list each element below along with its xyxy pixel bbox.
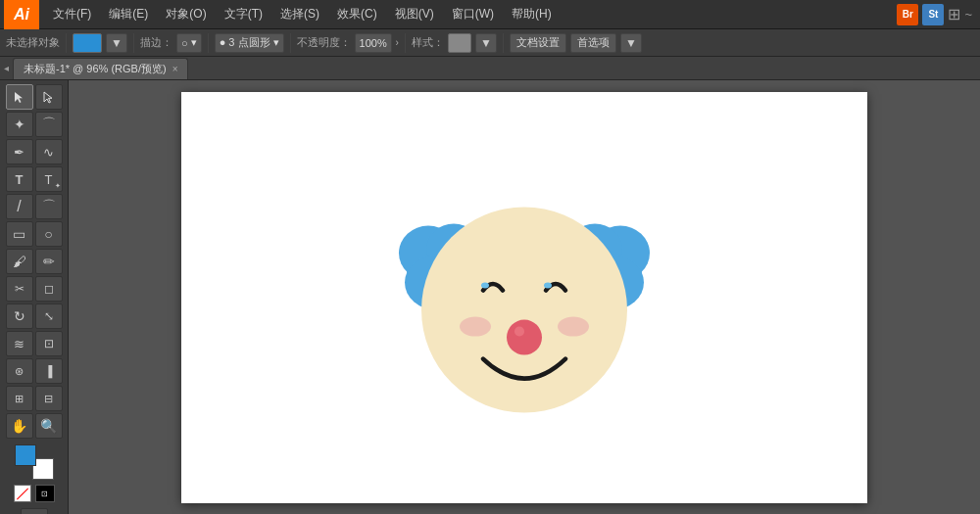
none-swatch[interactable] [14, 485, 31, 502]
extra-tool[interactable]: ⤡ [21, 508, 48, 514]
canvas-area [69, 80, 980, 514]
tool-row-11: ⊛ ▐ [2, 358, 66, 384]
pen-tool[interactable]: ✒ [6, 139, 33, 164]
app-icons: Br St ⊞ ~ [893, 4, 976, 25]
free-transform-tool[interactable]: ⊡ [35, 331, 63, 356]
stroke-style-value: ○ [181, 37, 188, 49]
tool-row-10: ≋ ⊡ [2, 331, 66, 356]
style-dropdown[interactable]: ▼ [475, 33, 497, 53]
tool-row-5: / ⌒ [2, 194, 66, 219]
tool-row-9: ↻ ⤡ [2, 304, 66, 329]
tab-document[interactable]: 未标题-1* @ 96% (RGB/预览) × [13, 58, 188, 79]
menu-edit[interactable]: 编辑(E) [101, 2, 156, 26]
menu-window[interactable]: 窗口(W) [444, 2, 502, 26]
tool-row-3: ✒ ∿ [2, 139, 66, 164]
grid-icon[interactable]: ⊞ [948, 5, 960, 23]
divider-2 [133, 33, 134, 53]
style-color[interactable] [448, 33, 471, 53]
line-tool[interactable]: / [6, 194, 33, 219]
tab-bar: ◂ 未标题-1* @ 96% (RGB/预览) × [0, 57, 980, 80]
ellipse-tool[interactable]: ○ [35, 221, 63, 247]
stroke-label: 描边： [140, 35, 172, 50]
toolbox: ✦ ⌒ ✒ ∿ T T✦ / ⌒ ▭ ○ 🖌 ✏ ✂ ◻ [0, 80, 69, 514]
rect-tool[interactable]: ▭ [6, 221, 33, 247]
menu-view[interactable]: 视图(V) [387, 2, 442, 26]
point-shape-dropdown[interactable]: ● 3 点圆形 ▾ [215, 33, 284, 53]
tool-row-1 [2, 84, 66, 110]
tool-row-2: ✦ ⌒ [2, 112, 66, 137]
no-selection-label: 未选择对象 [6, 35, 60, 50]
color-swatches: ⊡ [2, 441, 66, 506]
svg-point-13 [460, 316, 491, 336]
tool-row-4: T T✦ [2, 166, 66, 192]
extra-icon: ~ [964, 7, 972, 22]
scale-tool[interactable]: ⤡ [35, 304, 63, 329]
toolbar: 未选择对象 ▼ 描边： ○ ▾ ● 3 点圆形 ▾ 不透明度： › 样式： ▼ … [0, 29, 980, 57]
fill-color[interactable] [73, 33, 102, 53]
style-label: 样式： [412, 35, 444, 50]
slice-tool[interactable]: ⊟ [35, 386, 63, 411]
svg-point-9 [481, 282, 489, 288]
opacity-input[interactable] [355, 33, 392, 53]
arc-tool[interactable]: ⌒ [35, 194, 63, 219]
tab-close-btn[interactable]: × [172, 64, 178, 74]
stroke-toggle[interactable]: ▼ [106, 33, 127, 53]
opacity-label: 不透明度： [297, 35, 351, 50]
stroke-style-dropdown[interactable]: ○ ▾ [176, 33, 202, 53]
artboard-tool[interactable]: ⊞ [6, 386, 33, 411]
scissors-tool[interactable]: ✂ [6, 276, 33, 302]
menu-select[interactable]: 选择(S) [272, 2, 327, 26]
divider-3 [208, 33, 209, 53]
magic-wand-tool[interactable]: ✦ [6, 112, 33, 137]
touch-type-tool[interactable]: T✦ [35, 166, 63, 192]
type-tool[interactable]: T [6, 166, 33, 192]
divider-4 [290, 33, 291, 53]
document-canvas [181, 92, 867, 503]
blob-brush-tool[interactable]: ✏ [35, 249, 63, 274]
tool-row-7: 🖌 ✏ [2, 249, 66, 274]
stroke-dropdown-arrow: ▾ [191, 36, 197, 49]
menu-help[interactable]: 帮助(H) [504, 2, 560, 26]
screen-mode-btn[interactable]: ⊡ [35, 485, 55, 502]
svg-point-12 [514, 326, 524, 336]
bridge-icon[interactable]: Br [897, 4, 918, 25]
menu-object[interactable]: 对象(O) [158, 2, 214, 26]
svg-point-11 [507, 319, 542, 354]
curvature-tool[interactable]: ∿ [35, 139, 63, 164]
fill-swatch[interactable] [15, 444, 36, 466]
extra-btn[interactable]: ▼ [620, 33, 642, 53]
opacity-arrow[interactable]: › [396, 37, 399, 48]
tool-row-6: ▭ ○ [2, 221, 66, 247]
column-graph-tool[interactable]: ▐ [35, 358, 63, 384]
tool-row-8: ✂ ◻ [2, 276, 66, 302]
menu-file[interactable]: 文件(F) [45, 2, 99, 26]
direct-select-tool[interactable] [35, 84, 63, 110]
tab-collapse-icon[interactable]: ◂ [4, 63, 9, 73]
eraser-tool[interactable]: ◻ [35, 276, 63, 302]
lasso-tool[interactable]: ⌒ [35, 112, 63, 137]
stock-icon[interactable]: St [922, 4, 944, 25]
svg-point-8 [421, 207, 627, 412]
hand-tool[interactable]: ✋ [6, 413, 33, 439]
tool-row-13: ✋ 🔍 [2, 413, 66, 439]
point-dropdown-arrow: ▾ [273, 36, 279, 49]
zoom-tool[interactable]: 🔍 [35, 413, 63, 439]
rotate-tool[interactable]: ↻ [6, 304, 33, 329]
paintbrush-tool[interactable]: 🖌 [6, 249, 33, 274]
menu-text[interactable]: 文字(T) [217, 2, 270, 26]
svg-point-10 [544, 282, 552, 288]
clown-illustration [377, 155, 671, 451]
warp-tool[interactable]: ≋ [6, 331, 33, 356]
tool-row-extra: ⤡ [2, 508, 66, 514]
divider-5 [405, 33, 406, 53]
tool-row-12: ⊞ ⊟ [2, 386, 66, 411]
svg-point-14 [558, 316, 589, 336]
doc-settings-btn[interactable]: 文档设置 [510, 33, 566, 53]
main-area: ✦ ⌒ ✒ ∿ T T✦ / ⌒ ▭ ○ 🖌 ✏ ✂ ◻ [0, 80, 980, 514]
symbol-sprayer-tool[interactable]: ⊛ [6, 358, 33, 384]
divider-6 [503, 33, 504, 53]
selection-tool[interactable] [6, 84, 33, 110]
app-logo: Ai [4, 0, 39, 29]
preferences-btn[interactable]: 首选项 [570, 33, 616, 53]
menu-effect[interactable]: 效果(C) [329, 2, 385, 26]
